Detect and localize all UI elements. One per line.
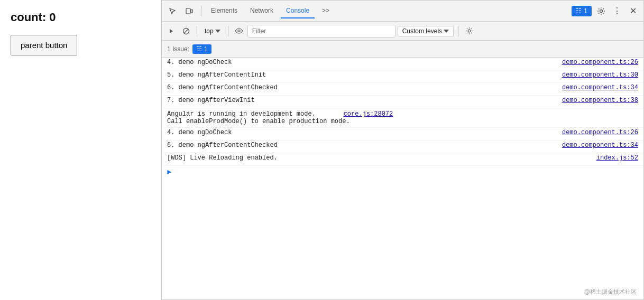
console-row: 4. demo ngDoCheck demo.component.ts:26 (162, 58, 643, 70)
console-toolbar: top Custom levels (162, 22, 643, 41)
svg-rect-0 (186, 8, 190, 14)
console-row-content: 4. demo ngDoCheck (167, 129, 551, 136)
parent-button[interactable]: parent button (11, 35, 77, 55)
console-row: 6. demo ngAfterContentChecked demo.compo… (162, 83, 643, 96)
console-row: 7. demo ngAfterViewInit demo.component.t… (162, 96, 643, 108)
custom-levels-label: Custom levels (402, 27, 442, 35)
block-icon-btn[interactable] (180, 25, 192, 38)
svg-marker-3 (170, 29, 173, 33)
issues-badge-icon: ☷ (196, 45, 202, 53)
count-label: count: 0 (11, 11, 150, 24)
issues-badge-count: 1 (204, 45, 208, 53)
console-divider-1 (197, 26, 197, 36)
console-row-link[interactable]: demo.component.ts:26 (551, 59, 638, 66)
console-divider-3 (458, 26, 458, 36)
filter-input[interactable] (247, 25, 395, 38)
console-row-link[interactable]: index.js:52 (586, 154, 638, 162)
console-settings-icon[interactable] (463, 25, 475, 38)
tab-more[interactable]: >> (317, 4, 335, 18)
console-row-content: 6. demo ngAfterContentChecked (167, 84, 551, 91)
devtools-wrapper: Elements Network Console >> ☷ 1 ⋮ ✕ (161, 0, 644, 300)
console-row: 5. demo ngAfterContentInit demo.componen… (162, 70, 643, 83)
devtools-panel: Elements Network Console >> ☷ 1 ⋮ ✕ (161, 0, 644, 300)
console-row: [WDS] Live Reloading enabled. index.js:5… (162, 153, 643, 166)
console-multiline-row: Angular is running in development mode. … (162, 108, 643, 128)
svg-point-2 (600, 10, 603, 12)
watermark: @稀土掘金技术社区 (584, 288, 637, 296)
devtools-toolbar: Elements Network Console >> ☷ 1 ⋮ ✕ (162, 1, 643, 22)
more-icon-btn[interactable]: ⋮ (611, 4, 623, 18)
issues-prefix: 1 Issue: (167, 45, 189, 53)
console-row-link[interactable]: demo.component.ts:38 (551, 97, 638, 104)
prompt-arrow-icon: ► (167, 168, 171, 176)
console-multiline-content: Angular is running in development mode. … (167, 110, 638, 125)
core-link[interactable]: core.js:28072 (333, 110, 393, 118)
left-panel: count: 0 parent button (0, 0, 161, 300)
close-icon-btn[interactable]: ✕ (625, 4, 640, 18)
tab-network[interactable]: Network (245, 4, 279, 18)
issue-badge-btn[interactable]: ☷ 1 (572, 6, 592, 16)
console-row-link[interactable]: demo.component.ts:30 (551, 71, 638, 79)
console-row-content: 6. demo ngAfterContentChecked (167, 142, 551, 149)
svg-rect-1 (191, 10, 192, 13)
console-row-link[interactable]: demo.component.ts:34 (551, 84, 638, 91)
tab-elements[interactable]: Elements (206, 4, 243, 18)
console-divider-2 (228, 26, 228, 36)
console-row: 6. demo ngAfterContentChecked demo.compo… (162, 140, 643, 153)
console-row-content: 5. demo ngAfterContentInit (167, 71, 551, 79)
svg-point-7 (468, 30, 471, 32)
cursor-icon-btn[interactable] (165, 4, 180, 18)
eye-icon-btn[interactable] (233, 25, 245, 38)
issues-bar: 1 Issue: ☷ 1 (162, 41, 643, 58)
settings-icon-btn[interactable] (594, 4, 609, 18)
device-icon-btn[interactable] (182, 4, 197, 18)
svg-line-5 (184, 29, 188, 33)
console-prompt-row: ► (162, 166, 643, 179)
custom-levels-dropdown[interactable]: Custom levels (398, 26, 454, 36)
execute-icon-btn[interactable] (165, 25, 178, 38)
console-row-content: 4. demo ngDoCheck (167, 59, 551, 66)
issue-count: 1 (584, 7, 587, 15)
console-row: 4. demo ngDoCheck demo.component.ts:26 (162, 128, 643, 140)
console-row-link[interactable]: demo.component.ts:34 (551, 142, 638, 149)
issues-badge-btn[interactable]: ☷ 1 (192, 44, 211, 54)
console-row-content: 7. demo ngAfterViewInit (167, 97, 551, 104)
toolbar-divider-1 (201, 6, 201, 16)
console-row-link[interactable]: demo.component.ts:26 (551, 129, 638, 136)
tab-console[interactable]: Console (281, 4, 315, 18)
console-row-content: [WDS] Live Reloading enabled. (167, 154, 586, 162)
issue-icon: ☷ (576, 7, 582, 15)
svg-point-6 (238, 30, 240, 32)
top-label: top (205, 27, 214, 35)
top-context-dropdown[interactable]: top (201, 26, 224, 36)
console-output: 4. demo ngDoCheck demo.component.ts:26 5… (162, 58, 643, 299)
